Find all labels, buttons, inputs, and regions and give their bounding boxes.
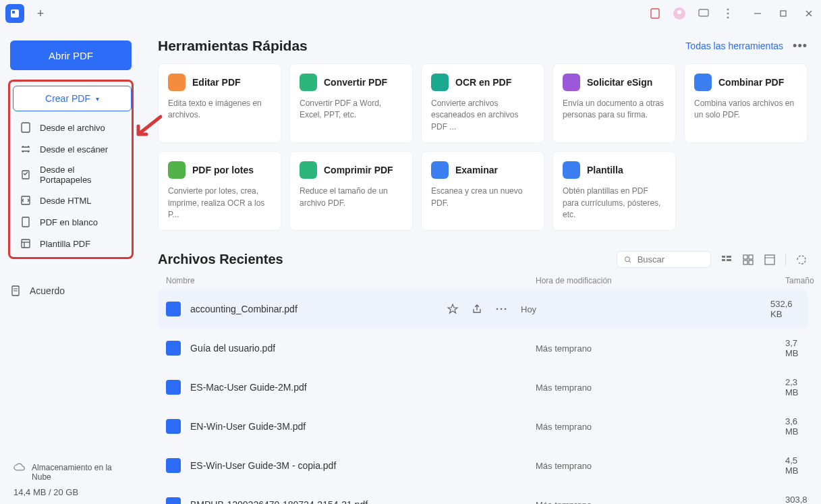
share-icon[interactable] [471, 303, 483, 315]
search-box[interactable] [617, 251, 711, 268]
menu-label: PDF en blanco [40, 217, 98, 227]
file-row[interactable]: ES-Win-User Guide-3M - copia.pdf Más tem… [158, 446, 808, 485]
card-desc: Envía un documento a otras personas para… [563, 98, 666, 121]
menu-from-scanner[interactable]: Desde el escáner [13, 138, 129, 160]
card-title: OCR en PDF [455, 77, 511, 88]
all-tools-link[interactable]: Todas las herramientas [685, 40, 783, 51]
card-desc: Convertir PDF a Word, Excel, PPT, etc. [300, 98, 403, 121]
card-head: Plantilla [563, 161, 666, 179]
create-pdf-button[interactable]: Crear PDF ▾ [13, 86, 132, 111]
tool-icon [300, 74, 317, 91]
card-desc: Convierte archivos escaneados en archivo… [431, 98, 534, 133]
chat-icon[interactable] [697, 7, 710, 20]
svg-rect-29 [743, 255, 747, 259]
tool-card[interactable]: Convertir PDF Convertir PDF a Word, Exce… [289, 63, 413, 143]
tool-card[interactable]: Editar PDF Edita texto e imágenes en arc… [158, 63, 281, 143]
file-name: Guía del usuario.pdf [190, 343, 536, 354]
tool-icon [563, 74, 580, 91]
pdf-file-icon [166, 380, 181, 395]
document-icon [9, 285, 22, 297]
create-pdf-highlight: Crear PDF ▾ Desde el archivo Desde el es… [8, 80, 134, 259]
search-input[interactable] [638, 254, 704, 264]
card-title: Plantilla [587, 165, 623, 175]
svg-point-23 [625, 257, 630, 262]
refresh-icon[interactable] [795, 254, 808, 266]
card-desc: Combina varios archivos en un solo PDF. [694, 98, 797, 121]
file-name: accounting_Combinar.pdf [190, 304, 447, 314]
file-row[interactable]: EN-Win-User Guide-3M.pdf Más temprano 3,… [158, 407, 808, 446]
pdf-file-icon [166, 497, 181, 504]
tool-cards-row2: PDF por lotes Convierte por lotes, crea,… [158, 151, 808, 231]
menu-label: Desde el Portapapeles [40, 165, 122, 185]
minimize-button[interactable] [751, 7, 764, 20]
file-row[interactable]: Guía del usuario.pdf Más temprano 3,7 MB [158, 329, 808, 368]
card-head: Examinar [431, 161, 534, 179]
menu-template-pdf[interactable]: Plantilla PDF [13, 233, 129, 254]
card-desc: Obtén plantillas en PDF para currículums… [563, 186, 666, 221]
svg-rect-31 [743, 260, 747, 264]
grid-view-icon[interactable] [742, 254, 754, 266]
tool-card[interactable]: PDF por lotes Convierte por lotes, crea,… [158, 151, 281, 231]
column-view-icon[interactable] [764, 254, 776, 266]
card-title: Combinar PDF [718, 77, 784, 88]
card-desc: Escanea y crea un nuevo PDF. [431, 186, 534, 209]
file-date: Más temprano [536, 500, 785, 504]
tool-card[interactable]: OCR en PDF Convierte archivos escaneados… [421, 63, 544, 143]
star-icon[interactable] [447, 303, 459, 315]
file-size: 3,6 MB [785, 416, 799, 437]
cloud-storage-row[interactable]: Almacenamiento en la Nube [13, 463, 128, 482]
close-button[interactable] [802, 7, 816, 20]
svg-line-24 [629, 261, 631, 263]
svg-rect-27 [727, 256, 731, 258]
tool-card[interactable]: Combinar PDF Combina varios archivos en … [684, 63, 808, 143]
tool-card[interactable]: Examinar Escanea y crea un nuevo PDF. [421, 151, 544, 231]
file-date: Más temprano [536, 383, 785, 393]
agreement-item[interactable]: Acuerdo [7, 279, 135, 302]
card-head: Combinar PDF [694, 74, 797, 91]
kebab-menu-icon[interactable] [721, 7, 735, 20]
notification-icon[interactable] [648, 7, 662, 20]
menu-from-clipboard[interactable]: Desde el Portapapeles [13, 160, 129, 190]
file-row[interactable]: ES-Mac-User Guide-2M.pdf Más temprano 2,… [158, 368, 808, 407]
menu-label: Desde el escáner [40, 144, 108, 155]
tool-cards-row1: Editar PDF Edita texto e imágenes en arc… [158, 63, 808, 143]
storage-usage: 14,4 MB / 20 GB [13, 487, 128, 497]
content: Herramientas Rápidas Todas las herramien… [142, 27, 821, 504]
pdf-file-icon [166, 341, 181, 356]
app-logo-icon [5, 4, 24, 23]
more-icon[interactable]: ••• [793, 39, 808, 53]
cloud-icon [13, 463, 25, 472]
new-tab-button[interactable]: + [32, 5, 49, 22]
file-name: ES-Win-User Guide-3M - copia.pdf [190, 460, 536, 471]
menu-from-html[interactable]: Desde HTML [13, 190, 129, 211]
svg-point-4 [677, 10, 681, 14]
card-desc: Reduce el tamaño de un archivo PDF. [300, 186, 403, 209]
svg-rect-16 [22, 217, 29, 227]
card-head: Solicitar eSign [563, 74, 666, 91]
agreement-label: Acuerdo [30, 285, 65, 296]
card-desc: Edita texto e imágenes en archivos. [168, 98, 271, 121]
menu-from-file[interactable]: Desde el archivo [13, 117, 129, 138]
tool-card[interactable]: Comprimir PDF Reduce el tamaño de un arc… [289, 151, 413, 231]
more-icon[interactable] [495, 303, 507, 315]
maximize-button[interactable] [776, 7, 790, 20]
file-size: 303,8 KB [785, 495, 808, 504]
file-list: accounting_Combinar.pdf Hoy 532,6 KB Guí… [158, 289, 808, 504]
sidebar: Abrir PDF Crear PDF ▾ Desde el archivo D… [0, 27, 142, 504]
titlebar: + [0, 0, 821, 27]
avatar-icon[interactable] [673, 7, 686, 20]
card-title: PDF por lotes [192, 165, 254, 175]
file-date: Hoy [521, 304, 770, 314]
list-view-icon[interactable] [720, 254, 733, 266]
file-row[interactable]: BMPUB-1200226470-180724-2154-31.pdf Más … [158, 485, 808, 504]
card-title: Convertir PDF [324, 77, 387, 88]
card-title: Comprimir PDF [324, 165, 393, 175]
file-row[interactable]: accounting_Combinar.pdf Hoy 532,6 KB [158, 289, 808, 329]
menu-blank-pdf[interactable]: PDF en blanco [13, 211, 129, 233]
tool-icon [168, 161, 186, 179]
pdf-file-icon [166, 458, 181, 473]
menu-label: Desde el archivo [40, 123, 105, 133]
open-pdf-button[interactable]: Abrir PDF [10, 40, 132, 70]
tool-card[interactable]: Plantilla Obtén plantillas en PDF para c… [553, 151, 676, 231]
tool-card[interactable]: Solicitar eSign Envía un documento a otr… [553, 63, 676, 143]
